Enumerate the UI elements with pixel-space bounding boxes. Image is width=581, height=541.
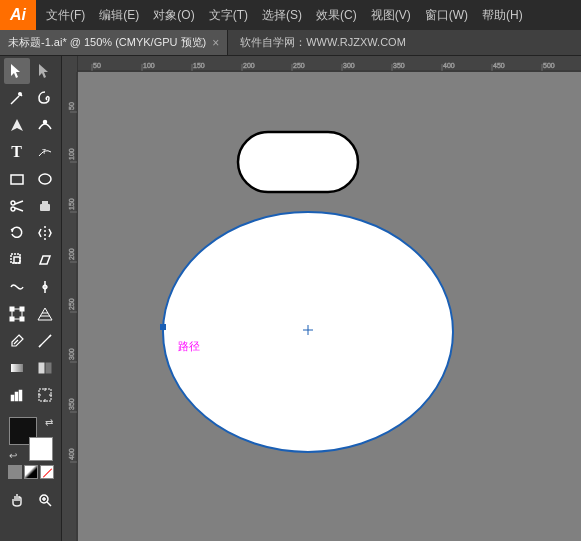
canvas-area[interactable]: 50 100 150 200 250 300 350 400 450 500 5 <box>62 56 581 541</box>
gradient-color-button[interactable] <box>24 465 38 479</box>
svg-rect-21 <box>20 307 24 311</box>
eraser-tool[interactable] <box>32 193 58 219</box>
tool-row-scissors <box>0 193 61 219</box>
stroke-swatch[interactable] <box>29 437 53 461</box>
direct-select-tool[interactable] <box>32 58 58 84</box>
vertical-ruler: 50 100 150 200 250 300 350 400 <box>62 56 78 541</box>
tool-row-pen <box>0 112 61 138</box>
shapes-canvas[interactable]: 路径 <box>78 72 581 541</box>
menu-help[interactable]: 帮助(H) <box>476 0 529 30</box>
svg-line-24 <box>38 308 45 320</box>
svg-text:50: 50 <box>93 62 101 69</box>
tab-bar: 未标题-1.ai* @ 150% (CMYK/GPU 预览) × 软件自学网：W… <box>0 30 581 56</box>
svg-rect-37 <box>15 392 18 401</box>
color-swatches: ⇄ ↩ <box>9 417 53 461</box>
menu-select[interactable]: 选择(S) <box>256 0 308 30</box>
tool-row-graph <box>0 382 61 408</box>
select-tool[interactable] <box>4 58 30 84</box>
solid-color-button[interactable] <box>8 465 22 479</box>
menu-effect[interactable]: 效果(C) <box>310 0 363 30</box>
tool-row-warp <box>0 274 61 300</box>
tool-row-eyedropper <box>0 328 61 354</box>
no-color-button[interactable] <box>40 465 54 479</box>
selection-anchor-left <box>160 324 166 330</box>
warp-tool[interactable] <box>4 274 30 300</box>
svg-text:200: 200 <box>243 62 255 69</box>
pen-tool[interactable] <box>4 112 30 138</box>
menu-edit[interactable]: 编辑(E) <box>93 0 145 30</box>
svg-point-5 <box>43 121 46 124</box>
type-on-path-tool[interactable]: T <box>32 139 58 165</box>
svg-text:350: 350 <box>68 398 75 410</box>
blend-tool[interactable] <box>32 355 58 381</box>
svg-text:T: T <box>42 148 47 155</box>
type-tool[interactable]: T <box>4 139 30 165</box>
svg-point-4 <box>18 92 22 96</box>
app-logo: Ai <box>0 0 36 30</box>
menu-object[interactable]: 对象(O) <box>147 0 200 30</box>
active-tab[interactable]: 未标题-1.ai* @ 150% (CMYK/GPU 预览) × <box>0 30 228 55</box>
svg-text:150: 150 <box>193 62 205 69</box>
main-area: T T <box>0 56 581 541</box>
gradient-tool[interactable] <box>4 355 30 381</box>
svg-marker-1 <box>39 64 48 78</box>
svg-text:250: 250 <box>293 62 305 69</box>
menu-view[interactable]: 视图(V) <box>365 0 417 30</box>
perspective-grid-tool[interactable] <box>32 301 58 327</box>
curvature-tool[interactable] <box>32 112 58 138</box>
shear-tool[interactable] <box>32 247 58 273</box>
svg-rect-20 <box>10 307 14 311</box>
tool-row-mesh <box>0 301 61 327</box>
svg-rect-16 <box>14 257 20 263</box>
svg-text:350: 350 <box>393 62 405 69</box>
svg-text:300: 300 <box>68 348 75 360</box>
eyedropper-tool[interactable] <box>4 328 30 354</box>
horizontal-ruler: 50 100 150 200 250 300 350 400 450 500 <box>62 56 581 72</box>
svg-marker-0 <box>11 64 20 78</box>
rectangle-tool[interactable] <box>4 166 30 192</box>
menu-window[interactable]: 窗口(W) <box>419 0 474 30</box>
menu-items: 文件(F) 编辑(E) 对象(O) 文字(T) 选择(S) 效果(C) 视图(V… <box>36 0 529 30</box>
color-area: ⇄ ↩ <box>0 413 61 483</box>
svg-rect-35 <box>46 363 51 373</box>
swap-colors-icon[interactable]: ⇄ <box>45 417 53 428</box>
svg-text:100: 100 <box>143 62 155 69</box>
website-label: 软件自学网：WWW.RJZXW.COM <box>228 30 418 55</box>
svg-rect-14 <box>42 201 48 205</box>
svg-line-11 <box>15 201 23 204</box>
reflect-tool[interactable] <box>32 220 58 246</box>
menu-bar: Ai 文件(F) 编辑(E) 对象(O) 文字(T) 选择(S) 效果(C) 视… <box>0 0 581 30</box>
svg-point-10 <box>11 207 15 211</box>
scissors-tool[interactable] <box>4 193 30 219</box>
tab-close-button[interactable]: × <box>212 36 219 50</box>
toolbar: T T <box>0 56 62 541</box>
svg-text:150: 150 <box>68 198 75 210</box>
ellipse-tool[interactable] <box>32 166 58 192</box>
graph-tool[interactable] <box>4 382 30 408</box>
rotate-tool[interactable] <box>4 220 30 246</box>
lasso-tool[interactable] <box>32 85 58 111</box>
tool-row-scale <box>0 247 61 273</box>
menu-file[interactable]: 文件(F) <box>40 0 91 30</box>
menu-text[interactable]: 文字(T) <box>203 0 254 30</box>
color-mode-buttons <box>8 465 54 479</box>
reset-colors-icon[interactable]: ↩ <box>9 450 17 461</box>
scale-tool[interactable] <box>4 247 30 273</box>
free-transform-tool[interactable] <box>4 301 30 327</box>
svg-line-12 <box>15 208 23 211</box>
svg-line-25 <box>45 308 52 320</box>
magic-wand-tool[interactable] <box>4 85 30 111</box>
artboard-tool-2[interactable] <box>32 382 58 408</box>
width-tool[interactable] <box>32 274 58 300</box>
path-label: 路径 <box>178 340 200 352</box>
svg-text:250: 250 <box>68 298 75 310</box>
hand-tool[interactable] <box>4 487 30 513</box>
extra-tools <box>0 487 61 514</box>
tool-row-hand <box>4 487 58 513</box>
measure-tool[interactable] <box>32 328 58 354</box>
svg-rect-17 <box>11 254 20 263</box>
zoom-tool[interactable] <box>32 487 58 513</box>
svg-text:200: 200 <box>68 248 75 260</box>
tool-row-wand <box>0 85 61 111</box>
svg-text:300: 300 <box>343 62 355 69</box>
